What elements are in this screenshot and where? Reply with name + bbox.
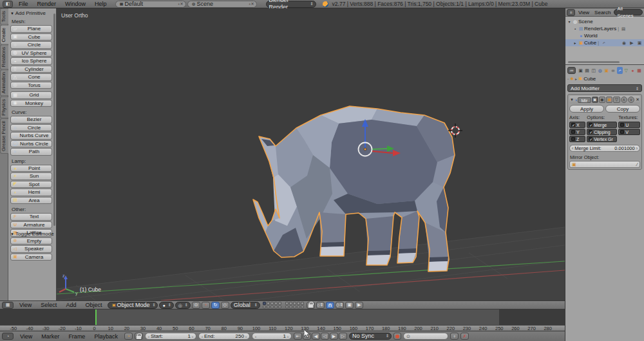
modifiers-tab-button[interactable]: ¬	[617, 67, 623, 74]
modifier-delete-button[interactable]: ✕	[636, 97, 639, 102]
outliner-editor-type-button[interactable]: ≡	[567, 9, 575, 16]
layer-19-button[interactable]	[297, 306, 300, 309]
layer-12-button[interactable]	[289, 302, 292, 305]
timeline-menu-view[interactable]: View	[15, 333, 37, 340]
material-tab-button[interactable]: ●	[630, 67, 636, 74]
layer-9-button[interactable]	[274, 306, 278, 309]
add-circle-button[interactable]: ○Circle	[10, 41, 52, 49]
screen-layout-selector[interactable]: ▦ Default ＋✕	[115, 1, 186, 8]
add-primitive-panel-header[interactable]: ▼ Add Primitive	[10, 10, 52, 16]
add-speaker-button[interactable]: ◁Speaker	[10, 245, 52, 253]
object-tab-button[interactable]: ▣	[603, 67, 609, 74]
manipulator-scale-button[interactable]: ◇	[221, 302, 229, 309]
add-cylinder-button[interactable]: ▯Cylinder	[10, 66, 52, 73]
world-tab-button[interactable]: ◍	[597, 67, 603, 74]
scene-selector[interactable]: ◍ Scene ＋✕	[187, 1, 257, 8]
viewport-menu-view[interactable]: View	[15, 302, 36, 308]
display-filter-selector[interactable]: All Scenes	[614, 9, 643, 15]
data-tab-button[interactable]: ▽	[623, 67, 629, 74]
add-bezier-button[interactable]: ◠Bezier	[10, 116, 52, 124]
renderlayers-tab-button[interactable]: ▤	[584, 67, 590, 74]
checkbox-v[interactable]: V	[618, 129, 640, 135]
outliner-row-world[interactable]: ●World	[565, 32, 644, 39]
info-editor-type-button[interactable]: ◧	[3, 1, 13, 8]
mirror-object-field[interactable]: ▣ ⁄	[569, 161, 640, 168]
manipulator-rotate-button[interactable]: ↻	[211, 302, 220, 309]
proportional-edit-selector[interactable]: ○⇕	[316, 302, 325, 309]
add-empty-button[interactable]: ⊕Empty	[10, 237, 52, 245]
eyedropper-icon[interactable]: ⁄	[637, 162, 638, 167]
tool-tab-grease-pencil[interactable]: Grease Pencil	[0, 118, 8, 154]
timeline-track[interactable]	[0, 309, 565, 325]
auto-keyframe-toggle[interactable]	[393, 333, 401, 340]
play-button[interactable]: ▶	[330, 333, 338, 340]
timeline-menu-playback[interactable]: Playback	[90, 333, 122, 340]
outliner-menu-search[interactable]: Search	[592, 10, 613, 15]
jump-to-start-button[interactable]: ⇤	[294, 333, 302, 340]
apply-button[interactable]: Apply	[569, 105, 604, 113]
pivot-selector[interactable]: ◎ ⇕	[175, 302, 191, 309]
disclosure-icon[interactable]: ▾	[567, 19, 572, 24]
add-grid-button[interactable]: ▦Grid	[10, 91, 52, 99]
current-frame-indicator[interactable]	[95, 309, 97, 325]
add-sun-button[interactable]: ☀Sun	[10, 172, 52, 180]
add-area-button[interactable]: ▤Area	[10, 197, 52, 205]
pin-icon[interactable]: ◦	[567, 77, 569, 81]
frame-start-field[interactable]: ‹ Start: 1 ›	[145, 333, 196, 340]
render-tab-button[interactable]: ▣	[578, 67, 583, 74]
tool-tab-animation[interactable]: Animation	[0, 69, 8, 96]
timeline-ruler[interactable]: -50-40-30-20-100102030405060708090100110…	[0, 325, 565, 331]
keying-set-field[interactable]: ⊙	[403, 333, 448, 340]
layer-18-button[interactable]	[293, 306, 296, 309]
eye-icon[interactable]: ◉	[621, 41, 627, 46]
opengl-render-still-button[interactable]: ▣	[345, 302, 354, 309]
checkbox-y[interactable]: Y	[569, 129, 585, 135]
outliner-row-renderlayers[interactable]: ▪▤RenderLayers|▤	[565, 25, 644, 32]
layer-14-button[interactable]	[297, 302, 300, 305]
modifier-move-down-button[interactable]: ˅	[628, 97, 634, 103]
checkbox-vertex-gr[interactable]: ✓Vertex Gr	[587, 136, 617, 142]
scene-add-remove-icons[interactable]: ＋✕	[248, 1, 254, 8]
modifier-name-field[interactable]: Mir	[578, 97, 591, 103]
tool-tab-relations[interactable]: Relations	[0, 44, 8, 69]
layer-15-button[interactable]	[301, 302, 304, 305]
layer-2-button[interactable]	[267, 302, 270, 305]
timeline-menu-marker[interactable]: Marker	[37, 333, 64, 340]
checkbox-clipping[interactable]: ✓Clipping	[587, 129, 617, 135]
layer-10-button[interactable]	[278, 306, 281, 309]
outliner-row-scene[interactable]: ▾◍Scene	[565, 18, 644, 25]
next-keyframe-button[interactable]: ▷	[339, 333, 347, 340]
preview-range-toggle[interactable]: ◔	[124, 333, 133, 340]
checkbox-merge[interactable]: ✓Merge	[587, 122, 617, 128]
layer-6-button[interactable]	[263, 306, 266, 309]
orientation-selector[interactable]: Global ⇕	[231, 302, 260, 309]
prev-keyframe-button[interactable]: ◀	[312, 333, 320, 340]
layer-3-button[interactable]	[270, 302, 274, 305]
add-spot-button[interactable]: ◤Spot	[10, 181, 52, 189]
toggle-editmode-panel-header[interactable]: ▼ Toggle Editmode	[10, 231, 54, 237]
layer-11-button[interactable]	[285, 302, 289, 305]
disclosure-icon[interactable]: ▪	[573, 27, 578, 31]
menu-window[interactable]: Window	[61, 1, 90, 7]
sync-mode-selector[interactable]: No Sync ⇕	[349, 333, 392, 340]
lock-to-scene-toggle[interactable]	[307, 302, 315, 309]
add-modifier-dropdown[interactable]: Add Modifier ⇕	[567, 84, 642, 92]
layer-7-button[interactable]	[267, 306, 270, 309]
add-nurbs-circle-button[interactable]: ◯Nurbs Circle	[10, 140, 52, 148]
add-monkey-button[interactable]: ◉Monkey	[10, 100, 52, 107]
manipulate-centers-toggle[interactable]: ⊙	[192, 302, 200, 309]
add-cube-button[interactable]: ▣Cube	[10, 33, 52, 41]
add-circle-button[interactable]: ○Circle	[10, 124, 52, 132]
snap-element-selector[interactable]: ◇⇕	[336, 302, 344, 309]
add-point-button[interactable]: ●Point	[10, 165, 52, 172]
layer-16-button[interactable]	[285, 306, 289, 309]
modifier-viewport-toggle[interactable]: ◉	[599, 97, 605, 103]
opengl-render-anim-button[interactable]: ▶	[355, 302, 363, 309]
add-torus-button[interactable]: ◎Torus	[10, 82, 52, 89]
viewport-3d[interactable]: y z User Ortho (1) Cube	[57, 8, 565, 300]
add-camera-button[interactable]: ▣Camera	[10, 253, 52, 261]
add-path-button[interactable]: ≈Path	[10, 148, 52, 156]
modifier-editmode-toggle[interactable]: ▣	[606, 97, 612, 103]
add-ico-sphere-button[interactable]: ◒Ico Sphere	[10, 57, 52, 65]
viewport-menu-object[interactable]: Object	[80, 302, 106, 308]
